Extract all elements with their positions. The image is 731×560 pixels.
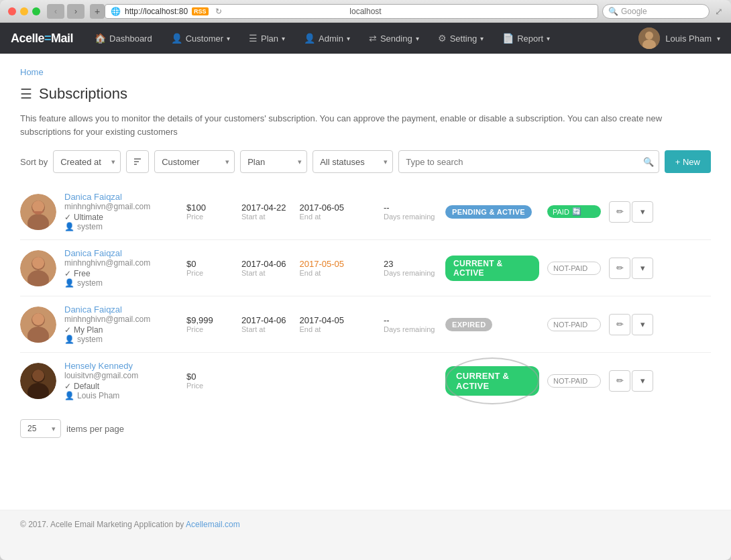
start-label: Start at (241, 213, 286, 221)
paid-icon: 🔄 (572, 207, 581, 216)
url-text: http://localhost:80 (125, 7, 188, 16)
subscription-row: Hensely Kennedy louisitvn@gmail.com ✓ De… (20, 353, 711, 408)
user-menu[interactable]: Louis Pham ▾ (638, 27, 720, 49)
start-date-group: 2017-04-06 Start at (241, 259, 286, 277)
svg-point-1 (645, 32, 653, 40)
payment-info: NOT-PAID (547, 374, 601, 388)
plan-filter-select[interactable]: Plan (240, 150, 307, 173)
end-date-group: 2017-06-05 End at (300, 203, 345, 221)
nav-dashboard-label: Dashboard (109, 34, 152, 44)
payment-info: NOT-PAID (547, 262, 601, 275)
subscriptions-list: Danica Faiqzal minhnghivn@gmail.com ✓ Ul… (20, 184, 711, 408)
edit-button[interactable]: ✏ (609, 201, 630, 223)
subscriber-name[interactable]: Danica Faiqzal (64, 192, 178, 202)
nav-customer-label: Customer (186, 34, 223, 44)
end-date-group: 2017-04-05 End at (300, 315, 345, 333)
browser-search-bar[interactable]: 🔍 Google (602, 4, 710, 19)
brand-logo[interactable]: Acelle=Mail (11, 32, 73, 46)
end-label: End at (300, 213, 345, 221)
nav-customer[interactable]: 👤 Customer ▾ (163, 27, 238, 49)
plan-icon: ✓ (64, 325, 71, 335)
subscriber-name[interactable]: Hensely Kennedy (64, 361, 178, 371)
plan-name: Ultimate (74, 213, 103, 222)
subscriber-name[interactable]: Danica Faiqzal (64, 304, 178, 315)
days-value: -- (384, 315, 437, 325)
plan-icon: ☰ (249, 33, 258, 44)
owner-info: 👤 system (64, 278, 178, 288)
status-info: CURRENT & ACTIVE (445, 366, 539, 396)
per-page-select[interactable]: 25 50 100 (20, 419, 61, 438)
forward-button[interactable]: › (67, 4, 85, 19)
nav-sending-label: Sending (380, 34, 412, 44)
app-footer: © 2017. Acelle Email Marketing Applicati… (0, 510, 731, 539)
price-value: $0 (186, 259, 233, 269)
plan-info: ✓ Ultimate (64, 213, 178, 222)
row-actions: ✏ ▾ (609, 370, 653, 392)
more-button[interactable]: ▾ (632, 314, 653, 335)
dates-info: 2017-04-06 Start at 2017-05-05 End at (241, 259, 376, 277)
customer-select-wrap: Customer (154, 150, 235, 173)
search-input[interactable] (398, 150, 659, 173)
end-label: End at (300, 269, 345, 277)
footer-link[interactable]: Acellemail.com (186, 520, 240, 529)
add-tab-button[interactable]: + (90, 4, 105, 19)
content-inner: Home ☰ Subscriptions This feature allows… (0, 54, 731, 510)
nav-admin[interactable]: 👤 Admin ▾ (296, 27, 358, 49)
payment-info: PAID 🔄 (547, 205, 601, 218)
svg-point-21 (32, 370, 44, 382)
price-info: $0 Price (186, 259, 233, 277)
highlight-circle-wrap: CURRENT & ACTIVE (445, 366, 539, 396)
admin-icon: 👤 (304, 33, 315, 44)
nav-report[interactable]: 📄 Report ▾ (494, 27, 558, 49)
subscriber-name[interactable]: Danica Faiqzal (64, 248, 178, 258)
owner-icon: 👤 (64, 278, 74, 288)
end-date: 2017-06-05 (300, 203, 345, 213)
nav-dashboard[interactable]: 🏠 Dashboard (87, 27, 160, 49)
per-page-label: items per page (66, 424, 124, 434)
owner-icon: 👤 (64, 391, 74, 400)
reload-icon[interactable]: ↻ (215, 7, 222, 16)
edit-button[interactable]: ✏ (609, 258, 630, 279)
filters-row: Sort by Created at Name Email (20, 150, 711, 173)
minimize-btn[interactable] (20, 7, 28, 15)
svg-point-17 (32, 313, 44, 325)
status-filter-select[interactable]: All statuses Active Pending Expired (313, 150, 393, 173)
edit-button[interactable]: ✏ (609, 370, 630, 392)
owner-icon: 👤 (64, 335, 74, 344)
row-actions: ✏ ▾ (609, 314, 653, 335)
end-date: 2017-05-05 (300, 259, 345, 269)
nav-plan[interactable]: ☰ Plan ▾ (241, 27, 293, 49)
breadcrumb[interactable]: Home (20, 67, 711, 77)
new-button[interactable]: + New (665, 150, 711, 173)
maximize-btn[interactable] (32, 7, 40, 15)
search-placeholder: Google (621, 7, 647, 16)
globe-icon: 🌐 (111, 7, 121, 16)
back-button[interactable]: ‹ (47, 4, 64, 19)
more-button[interactable]: ▾ (632, 201, 653, 223)
price-label: Price (186, 382, 233, 390)
page-description: This feature allows you to monitor the d… (20, 112, 711, 138)
subscriber-info: Danica Faiqzal minhnghivn@gmail.com ✓ Fr… (64, 248, 178, 288)
price-label: Price (186, 269, 233, 277)
sort-select[interactable]: Created at Name Email (53, 150, 121, 173)
status-select-wrap: All statuses Active Pending Expired (313, 150, 393, 173)
more-button[interactable]: ▾ (632, 370, 653, 392)
status-badge: PENDing & ActivE (445, 205, 532, 219)
days-info: -- Days remaining (384, 203, 437, 221)
close-btn[interactable] (8, 7, 16, 15)
customer-filter-select[interactable]: Customer (154, 150, 235, 173)
svg-point-9 (32, 201, 44, 213)
more-button[interactable]: ▾ (632, 258, 653, 279)
dates-info: 2017-04-22 Start at 2017-06-05 End at (241, 203, 376, 221)
nav-sending[interactable]: ⇄ Sending ▾ (361, 27, 427, 49)
end-date-group: 2017-05-05 End at (300, 259, 345, 277)
edit-button[interactable]: ✏ (609, 314, 630, 335)
status-badge: EXPIRED (445, 318, 492, 331)
nav-setting[interactable]: ⚙ Setting ▾ (430, 27, 492, 49)
status-badge: CURRENT & ACTIVE (445, 256, 539, 281)
row-actions: ✏ ▾ (609, 258, 653, 279)
subscriber-email: minhnghivn@gmail.com (64, 315, 178, 324)
price-value: $100 (186, 203, 233, 213)
sort-direction-button[interactable] (126, 150, 149, 173)
start-label: Start at (241, 325, 286, 333)
